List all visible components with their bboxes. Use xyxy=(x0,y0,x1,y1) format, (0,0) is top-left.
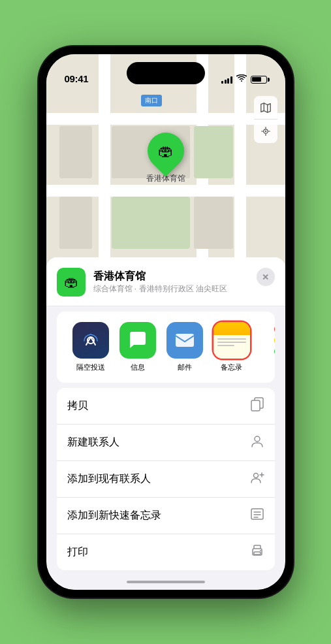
map-block xyxy=(194,197,233,249)
print-icon xyxy=(250,543,264,561)
venue-header: 🏟 香港体育馆 综合体育馆 · 香港特别行政区 油尖旺区 ✕ xyxy=(46,257,285,306)
svg-rect-5 xyxy=(176,334,194,347)
new-contact-label: 新建联系人 xyxy=(67,436,119,449)
location-button[interactable] xyxy=(254,120,277,143)
status-time: 09:41 xyxy=(65,73,89,84)
dynamic-island xyxy=(127,62,205,84)
pin-icon: 🏟 xyxy=(158,142,174,160)
dot-red xyxy=(274,325,275,334)
action-copy[interactable]: 拷贝 xyxy=(57,388,275,425)
svg-rect-17 xyxy=(254,552,260,555)
action-new-contact[interactable]: 新建联系人 xyxy=(57,425,275,461)
add-existing-label: 添加到现有联系人 xyxy=(67,472,151,486)
add-note-icon xyxy=(250,507,264,524)
share-app-airdrop[interactable]: 隔空投送 xyxy=(67,322,114,372)
notes-icon xyxy=(213,322,250,359)
map-road xyxy=(46,185,285,197)
map-block xyxy=(59,126,92,178)
svg-point-9 xyxy=(253,474,258,478)
action-add-note[interactable]: 添加到新快速备忘录 xyxy=(57,498,275,534)
dot-green xyxy=(274,347,275,356)
notes-label: 备忘录 xyxy=(221,362,242,372)
airdrop-label: 隔空投送 xyxy=(76,362,105,372)
action-add-existing[interactable]: 添加到现有联系人 xyxy=(57,461,275,498)
more-apps[interactable] xyxy=(260,322,275,356)
bottom-sheet: 🏟 香港体育馆 综合体育馆 · 香港特别行政区 油尖旺区 ✕ xyxy=(46,257,285,590)
map-block xyxy=(59,197,92,249)
battery-icon xyxy=(251,76,267,84)
map-label: 南口 xyxy=(141,95,162,106)
share-app-notes[interactable]: 备忘录 xyxy=(208,322,255,372)
wifi-icon xyxy=(236,74,247,84)
svg-point-3 xyxy=(264,131,266,132)
phone-screen: 09:41 xyxy=(46,54,285,590)
mail-label: 邮件 xyxy=(178,362,192,372)
phone-frame: 09:41 xyxy=(39,46,293,598)
venue-subtitle: 综合体育馆 · 香港特别行政区 油尖旺区 xyxy=(93,283,275,295)
print-label: 打印 xyxy=(67,545,88,559)
pin-circle: 🏟 xyxy=(140,125,191,176)
add-existing-icon xyxy=(250,470,264,488)
airdrop-icon xyxy=(72,322,109,359)
mail-icon xyxy=(166,322,203,359)
map-road xyxy=(46,113,285,125)
venue-name: 香港体育馆 xyxy=(93,270,275,282)
share-app-mail[interactable]: 邮件 xyxy=(161,322,208,372)
map-green-area xyxy=(194,126,233,178)
svg-point-18 xyxy=(260,550,261,551)
new-contact-icon xyxy=(250,434,264,451)
share-app-messages[interactable]: 信息 xyxy=(114,322,161,372)
svg-rect-7 xyxy=(251,400,260,411)
map-controls xyxy=(254,96,277,143)
map-type-button[interactable] xyxy=(254,96,277,120)
home-indicator xyxy=(127,581,205,583)
add-note-label: 添加到新快速备忘录 xyxy=(67,509,161,523)
status-icons xyxy=(221,74,267,84)
share-row: 隔空投送 信息 xyxy=(57,312,275,383)
svg-point-8 xyxy=(255,436,260,442)
signal-icon xyxy=(221,76,232,84)
action-print[interactable]: 打印 xyxy=(57,534,275,570)
messages-label: 信息 xyxy=(131,362,145,372)
home-indicator-area xyxy=(46,570,285,590)
map-green-area xyxy=(112,197,190,249)
dot-yellow xyxy=(274,336,275,345)
copy-icon xyxy=(250,397,264,415)
messages-icon xyxy=(119,322,156,359)
action-list: 拷贝 新建联系人 xyxy=(57,388,275,570)
venue-icon: 🏟 xyxy=(57,268,86,297)
more-icon xyxy=(274,325,275,356)
venue-info: 香港体育馆 综合体育馆 · 香港特别行政区 油尖旺区 xyxy=(93,270,275,295)
venue-pin: 🏟 香港体育馆 xyxy=(146,133,185,184)
copy-label: 拷贝 xyxy=(67,399,88,413)
close-button[interactable]: ✕ xyxy=(257,268,275,286)
